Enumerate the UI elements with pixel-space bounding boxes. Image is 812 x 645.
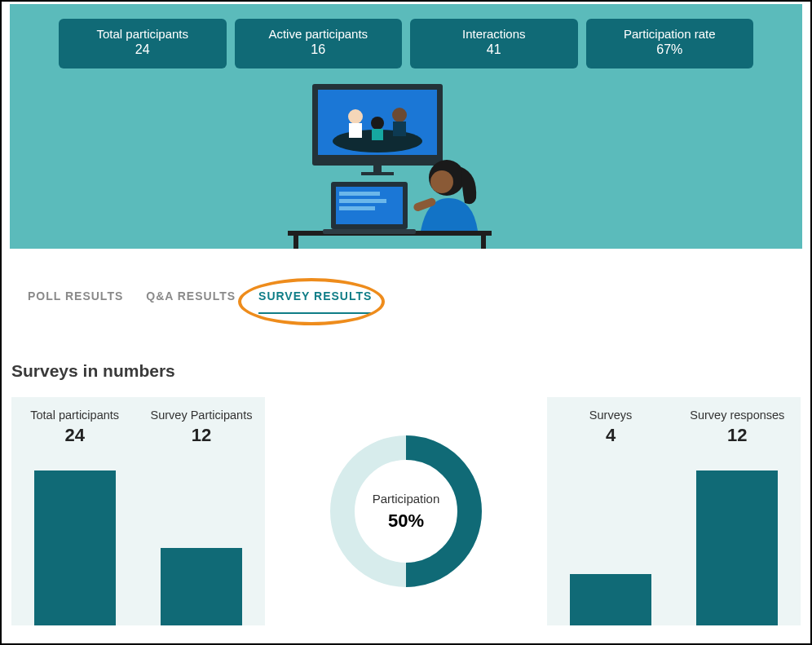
mini-label: Total participants: [11, 409, 138, 422]
section-title-surveys: Surveys in numbers: [11, 361, 810, 381]
stat-card-total-participants: Total participants 24: [59, 19, 227, 68]
panel-participation-donut: Participation 50%: [280, 397, 533, 625]
svg-point-5: [392, 108, 407, 122]
stat-label: Participation rate: [593, 27, 748, 41]
hero-stats-row: Total participants 24 Active participant…: [59, 19, 753, 68]
surveys-bar-chart: [547, 470, 801, 625]
stat-card-active-participants: Active participants 16: [235, 19, 403, 68]
mini-label: Survey Participants: [138, 409, 264, 422]
mini-label: Surveys: [547, 409, 673, 422]
tabs-row: POLL RESULTS Q&A RESULTS SURVEY RESULTS: [2, 249, 810, 314]
tab-survey-results[interactable]: SURVEY RESULTS: [258, 289, 372, 314]
panel-surveys: Surveys 4 Survey responses 12: [547, 397, 801, 625]
bar-surveys: [570, 574, 651, 625]
hero-illustration: [267, 77, 545, 249]
donut-chart: Participation 50%: [324, 430, 488, 593]
donut-label: Participation: [373, 492, 440, 506]
stat-label: Interactions: [417, 27, 571, 41]
stat-label: Active participants: [241, 27, 396, 41]
panel-participants: Total participants 24 Survey Participant…: [11, 397, 265, 625]
tab-poll-results[interactable]: POLL RESULTS: [28, 289, 123, 314]
stat-value: 41: [417, 42, 571, 57]
stat-value: 16: [241, 42, 396, 57]
svg-rect-16: [339, 192, 380, 196]
donut-center: Participation 50%: [324, 430, 488, 593]
donut-value: 50%: [388, 510, 424, 532]
app-frame: Total participants 24 Active participant…: [0, 0, 812, 645]
mini-value: 4: [547, 425, 673, 446]
svg-rect-13: [481, 236, 486, 249]
participants-bar-chart: [11, 470, 265, 625]
svg-rect-19: [323, 229, 416, 234]
svg-rect-6: [393, 121, 406, 136]
svg-rect-18: [339, 206, 375, 210]
mini-label: Survey responses: [674, 409, 801, 422]
mini-value: 24: [11, 425, 138, 446]
stat-card-participation-rate: Participation rate 67%: [586, 19, 754, 68]
bar-survey-responses: [696, 470, 778, 625]
svg-point-7: [371, 117, 384, 130]
stat-value: 24: [65, 42, 220, 57]
bar-total-participants: [34, 470, 116, 625]
tab-qa-results[interactable]: Q&A RESULTS: [146, 289, 236, 314]
bar-survey-participants: [161, 548, 242, 625]
svg-rect-17: [339, 199, 386, 203]
svg-rect-10: [361, 172, 394, 175]
svg-rect-9: [373, 166, 382, 172]
survey-panels: Total participants 24 Survey Participant…: [2, 397, 810, 625]
hero-banner: Total participants 24 Active participant…: [10, 4, 802, 249]
svg-rect-12: [293, 236, 298, 249]
stat-card-interactions: Interactions 41: [410, 19, 578, 68]
svg-rect-8: [372, 129, 383, 140]
mini-value: 12: [674, 425, 801, 446]
mini-value: 12: [138, 425, 264, 446]
svg-point-3: [348, 109, 363, 124]
stat-label: Total participants: [65, 27, 220, 41]
stat-value: 67%: [593, 42, 748, 57]
svg-point-21: [430, 170, 453, 193]
svg-rect-4: [349, 123, 362, 138]
